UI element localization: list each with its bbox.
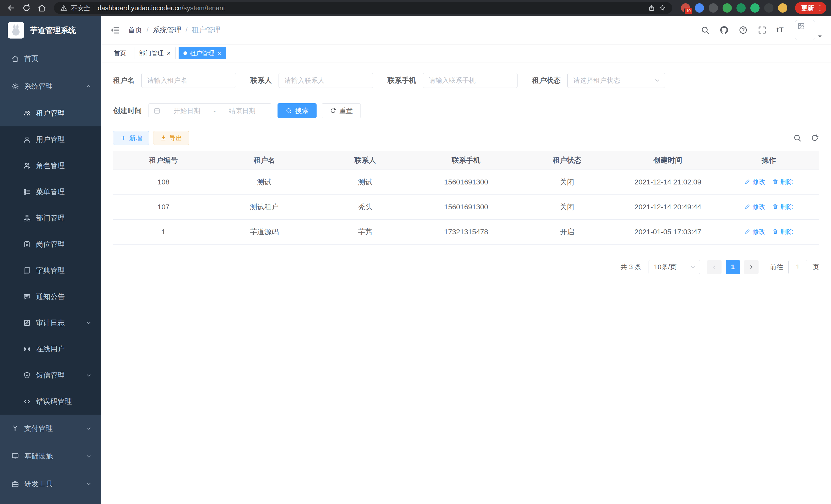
tenant-name-input[interactable] xyxy=(141,73,236,88)
update-button[interactable]: 更新 xyxy=(795,2,826,14)
edit-link[interactable]: 修改 xyxy=(744,227,766,236)
back-icon[interactable] xyxy=(7,4,16,12)
goto-page-input[interactable] xyxy=(789,260,807,274)
field-label: 联系人 xyxy=(250,76,272,85)
sidebar-toggle-icon[interactable] xyxy=(110,25,120,35)
close-icon[interactable]: × xyxy=(167,50,171,57)
sidebar-item-dept[interactable]: 部门管理 xyxy=(0,205,101,231)
address-bar[interactable]: 不安全 dashboard.yudao.iocoder.cn/system/te… xyxy=(54,2,672,14)
tag-tenant[interactable]: 租户管理× xyxy=(179,47,226,59)
edit-link[interactable]: 修改 xyxy=(744,202,766,211)
extension-icon[interactable] xyxy=(722,3,732,12)
close-icon[interactable]: × xyxy=(218,50,221,57)
sidebar-item-auditlog[interactable]: 审计日志 xyxy=(0,310,101,336)
page-1-button[interactable]: 1 xyxy=(726,260,740,274)
column-header: 创建时间 xyxy=(618,151,718,170)
breadcrumb-item[interactable]: 首页 xyxy=(128,25,142,35)
contact-name-input[interactable] xyxy=(279,73,373,88)
extension-icon[interactable] xyxy=(764,3,773,12)
sidebar-item-home[interactable]: 首页 xyxy=(0,45,101,72)
sidebar-item-post[interactable]: 岗位管理 xyxy=(0,231,101,258)
end-date-input[interactable] xyxy=(218,107,266,115)
sidebar-item-role[interactable]: 角色管理 xyxy=(0,153,101,179)
sidebar-item-label: 岗位管理 xyxy=(36,239,65,249)
browser-toolbar: 不安全 dashboard.yudao.iocoder.cn/system/te… xyxy=(0,0,831,16)
edit-link[interactable]: 修改 xyxy=(744,178,766,186)
sidebar-item-errcode[interactable]: 错误码管理 xyxy=(0,388,101,415)
avatar[interactable] xyxy=(795,20,815,40)
tenant-status-select[interactable] xyxy=(567,73,665,88)
extension-icon[interactable]: 10 xyxy=(681,3,690,12)
delete-link[interactable]: 删除 xyxy=(772,202,793,211)
breadcrumb-item: 租户管理 xyxy=(192,25,221,35)
cell-actions: 修改删除 xyxy=(718,195,819,219)
delete-link[interactable]: 删除 xyxy=(772,227,793,236)
fontsize-icon[interactable]: tT xyxy=(776,25,786,35)
export-button[interactable]: 导出 xyxy=(153,131,189,145)
sidebar-item-label: 在线用户 xyxy=(36,344,65,354)
caret-down-icon[interactable] xyxy=(817,33,823,39)
filter-form-row-1: 租户名 联系人 联系手机 租户状态 xyxy=(113,73,819,88)
omnibox-divider xyxy=(94,5,94,11)
star-icon[interactable] xyxy=(659,4,666,11)
cell-actions: 修改删除 xyxy=(718,170,819,195)
sidebar-item-online[interactable]: 在线用户 xyxy=(0,336,101,362)
question-icon[interactable] xyxy=(739,25,748,35)
sidebar-item-system[interactable]: 系统管理 xyxy=(0,72,101,100)
sidebar-item-label: 字典管理 xyxy=(36,266,65,275)
menu-dots-icon[interactable] xyxy=(816,4,824,12)
chevron-up-icon xyxy=(85,83,92,90)
filter-create-time: 创建时间 - xyxy=(113,103,271,118)
github-icon[interactable] xyxy=(719,25,729,35)
refresh-icon[interactable] xyxy=(810,134,819,142)
log-icon xyxy=(23,319,31,327)
filter-tenant-name: 租户名 xyxy=(113,73,236,88)
sidebar-item-label: 用户管理 xyxy=(36,135,65,144)
code-icon xyxy=(23,398,31,405)
start-date-input[interactable] xyxy=(163,107,211,115)
breadcrumb-item[interactable]: 系统管理 xyxy=(153,25,181,35)
add-button[interactable]: 新增 xyxy=(113,131,149,145)
date-range-picker[interactable]: - xyxy=(148,103,271,118)
sidebar-item-infra[interactable]: 基础设施 xyxy=(0,442,101,470)
prev-page-button[interactable] xyxy=(707,260,721,274)
sidebar-item-menu[interactable]: 菜单管理 xyxy=(0,179,101,205)
reset-button[interactable]: 重置 xyxy=(322,103,361,118)
sidebar-item-devtools[interactable]: 研发工具 xyxy=(0,470,101,498)
user-menu[interactable] xyxy=(795,20,823,40)
breadcrumb: 首页/系统管理/租户管理 xyxy=(128,25,221,35)
search-button[interactable]: 搜索 xyxy=(278,103,317,118)
chevron-down-icon xyxy=(85,425,92,432)
tag-home[interactable]: 首页 xyxy=(109,47,131,59)
sidebar-item-tenant[interactable]: 租户管理 xyxy=(0,100,101,126)
next-page-button[interactable] xyxy=(744,260,758,274)
app-logo[interactable]: 芋道管理系统 xyxy=(0,16,101,45)
contact-mobile-input[interactable] xyxy=(423,73,517,88)
sidebar-item-dict[interactable]: 字典管理 xyxy=(0,258,101,284)
delete-link[interactable]: 删除 xyxy=(772,178,793,186)
sidebar-item-sms[interactable]: 短信管理 xyxy=(0,362,101,388)
reload-icon[interactable] xyxy=(22,4,31,12)
extension-icon[interactable] xyxy=(695,3,704,12)
share-icon[interactable] xyxy=(648,4,655,11)
sidebar-item-label: 首页 xyxy=(24,54,38,63)
sidebar: 芋道管理系统 首页系统管理租户管理用户管理角色管理菜单管理部门管理岗位管理字典管… xyxy=(0,16,101,504)
breadcrumb-separator: / xyxy=(185,26,188,34)
active-tag-dot xyxy=(183,51,187,55)
home-icon[interactable] xyxy=(37,4,46,12)
sidebar-item-user[interactable]: 用户管理 xyxy=(0,126,101,153)
extension-icon[interactable] xyxy=(750,3,760,12)
extension-icon[interactable] xyxy=(737,3,746,12)
search-icon[interactable] xyxy=(700,25,710,35)
tag-dept[interactable]: 部门管理× xyxy=(134,47,175,59)
fullscreen-icon[interactable] xyxy=(757,25,767,35)
tenant-status-value[interactable] xyxy=(567,73,665,88)
extension-icon[interactable] xyxy=(709,3,718,12)
search-toggle-icon[interactable] xyxy=(793,134,802,142)
page-size-select[interactable]: 10条/页 xyxy=(649,260,700,274)
sidebar-item-pay[interactable]: 支付管理 xyxy=(0,415,101,442)
sidebar-item-notice[interactable]: 通知公告 xyxy=(0,284,101,310)
extension-icon[interactable] xyxy=(778,3,787,12)
url-text[interactable]: dashboard.yudao.iocoder.cn/system/tenant xyxy=(98,4,225,12)
security-label[interactable]: 不安全 xyxy=(71,4,90,12)
